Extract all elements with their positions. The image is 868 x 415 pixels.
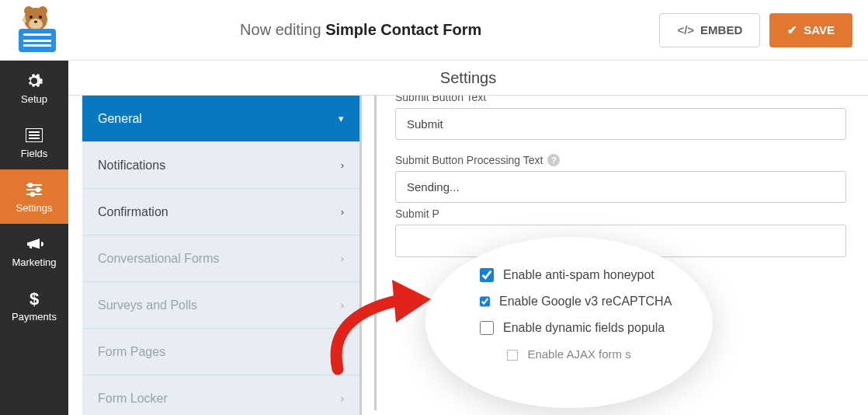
chevron-right-icon: › [341, 346, 344, 357]
checkbox-dynamic-fields[interactable] [480, 321, 494, 335]
submit-processing-input[interactable] [395, 171, 846, 203]
settings-sublist: General ▾ Notifications › Confirmation ›… [82, 96, 362, 415]
checkbox-recaptcha[interactable] [480, 295, 490, 309]
nav-marketing[interactable]: Marketing [0, 224, 68, 278]
sliders-icon [25, 180, 43, 199]
svg-point-3 [29, 19, 43, 30]
code-icon: </> [677, 23, 694, 37]
section-title: Settings [68, 61, 868, 96]
chevron-right-icon: › [341, 253, 344, 264]
chevron-right-icon: › [341, 392, 344, 404]
svg-point-12 [29, 183, 32, 186]
nav-setup[interactable]: Setup [0, 61, 68, 115]
svg-point-14 [36, 187, 40, 190]
svg-point-4 [30, 16, 33, 19]
save-button[interactable]: ✔ SAVE [769, 13, 852, 47]
sublist-confirmation[interactable]: Confirmation › [82, 189, 359, 235]
leftnav: Setup Fields Settings Marketing $ Paymen… [0, 61, 68, 415]
nav-fields[interactable]: Fields [0, 115, 68, 169]
editing-title: Now editing Simple Contact Form [62, 21, 659, 39]
nav-payments[interactable]: $ Payments [0, 278, 68, 333]
dollar-icon: $ [25, 289, 43, 308]
sublist-notifications[interactable]: Notifications › [82, 142, 359, 189]
chevron-right-icon: › [341, 299, 344, 311]
checkbox-honeypot[interactable] [480, 268, 494, 282]
svg-point-5 [39, 16, 42, 19]
option-honeypot[interactable]: Enable anti-spam honeypot [480, 268, 666, 282]
option-ajax-partial: Enable AJAX form s [472, 347, 666, 361]
topbar: Now editing Simple Contact Form </> EMBE… [0, 0, 868, 61]
submit-text-input[interactable] [395, 108, 846, 140]
bullhorn-icon [25, 235, 43, 253]
submit-processing-label: Submit Button Processing Text ? [395, 154, 846, 166]
check-icon: ✔ [787, 23, 797, 37]
embed-button[interactable]: </> EMBED [659, 13, 760, 47]
chevron-right-icon: › [341, 159, 344, 171]
chevron-down-icon: ▾ [339, 113, 344, 124]
list-icon [25, 126, 43, 145]
svg-point-16 [31, 192, 34, 195]
app-logo [16, 7, 62, 54]
spotlight-highlight: Enable anti-spam honeypot Enable Google … [425, 237, 713, 408]
sublist-surveys-polls[interactable]: Surveys and Polls › [82, 282, 359, 329]
gear-icon [25, 71, 43, 90]
submit-text-label: Submit Button Text [395, 96, 846, 103]
svg-text:$: $ [30, 289, 39, 308]
nav-settings[interactable]: Settings [0, 169, 68, 224]
submit-partial-label: Submit P [395, 208, 439, 220]
sublist-form-locker[interactable]: Form Locker › [82, 375, 359, 415]
option-dynamic-fields[interactable]: Enable dynamic fields popula [480, 321, 666, 335]
topbar-actions: </> EMBED ✔ SAVE [659, 13, 852, 47]
chevron-right-icon: › [341, 206, 344, 218]
option-recaptcha[interactable]: Enable Google v3 reCAPTCHA [480, 295, 666, 309]
sublist-general[interactable]: General ▾ [82, 96, 359, 142]
sublist-conversational-forms[interactable]: Conversational Forms › [82, 235, 359, 282]
sublist-form-pages[interactable]: Form Pages › [82, 329, 359, 375]
svg-point-6 [34, 20, 37, 23]
help-icon[interactable]: ? [547, 154, 560, 166]
